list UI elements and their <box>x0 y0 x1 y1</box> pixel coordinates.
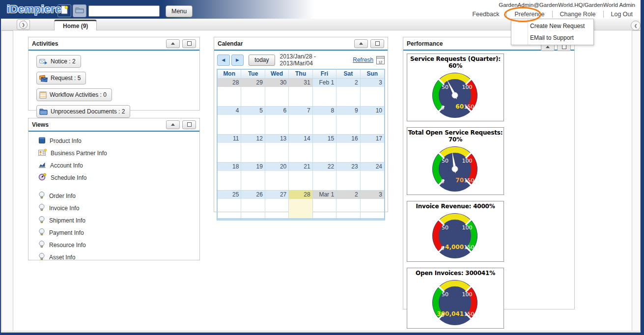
view-item-business-partner-info[interactable]: Business Partner Info <box>28 147 199 159</box>
menu-button[interactable]: Menu <box>166 5 193 17</box>
calendar-day-cell[interactable]: 24 <box>361 163 384 190</box>
view-item-order-info[interactable]: Order Info <box>28 190 199 202</box>
calendar-day-number: 16 <box>336 135 360 143</box>
collapsed-west-panel[interactable] <box>1 30 13 332</box>
calendar-day-cell[interactable]: 22 <box>313 163 336 190</box>
collapse-panel-button[interactable] <box>166 120 180 129</box>
maximize-panel-button[interactable] <box>370 39 384 48</box>
maximize-panel-button[interactable] <box>182 39 196 48</box>
tab-home[interactable]: Home (9) <box>54 20 97 30</box>
previous-week-button[interactable]: ◀ <box>217 55 230 66</box>
activities-button-list: Notice : 2Request : 5Workflow Activities… <box>28 51 199 122</box>
views-group: Order InfoInvoice InfoShipment InfoPayme… <box>28 184 199 263</box>
menu-item-email-to-support[interactable]: EMail to Support <box>511 32 593 44</box>
global-search-input[interactable] <box>89 6 169 16</box>
expand-east-panel-button[interactable]: ❮ <box>631 21 641 30</box>
calendar-day-cell[interactable]: 16 <box>336 135 360 162</box>
calendar-day-cell[interactable]: 31 <box>289 79 312 106</box>
calendar-day-cell[interactable]: 28 <box>218 79 241 106</box>
calendar-day-cell[interactable]: 2 <box>336 191 360 218</box>
maximize-panel-button[interactable] <box>182 120 196 129</box>
view-item-schedule-info[interactable]: Schedule Info <box>28 171 199 184</box>
calendar-day-cell[interactable]: 13 <box>265 135 289 162</box>
open-folder-button[interactable] <box>73 4 86 17</box>
calendar-day-cell[interactable]: 2 <box>336 79 360 106</box>
view-item-payment-info[interactable]: Payment Info <box>28 226 199 239</box>
calendar-day-body <box>218 171 241 190</box>
view-item-account-info[interactable]: Account Info <box>28 159 199 171</box>
activity-button-workflow-activities[interactable]: Workflow Activities : 0 <box>36 88 112 101</box>
view-item-resource-info[interactable]: Resource Info <box>28 239 199 251</box>
refresh-link[interactable]: Refresh <box>353 56 373 63</box>
product-icon <box>38 137 46 145</box>
gauge-open-invoices[interactable]: Open Invoices: 300041%050100150300,041 <box>407 268 504 329</box>
calendar-day-cell[interactable]: Mar 1 <box>313 191 336 218</box>
calendar-day-cell[interactable]: 12 <box>241 135 265 162</box>
collapse-panel-button[interactable] <box>166 39 180 48</box>
calendar-day-cell[interactable]: 26 <box>241 191 265 218</box>
calendar-day-cell[interactable]: 4 <box>218 107 241 134</box>
view-item-product-info[interactable]: Product Info <box>28 135 199 147</box>
menu-item-create-new-request[interactable]: Create New Request <box>511 20 593 32</box>
expand-west-panel-button[interactable]: ❯ <box>17 19 30 30</box>
calendar-day-cell[interactable]: 25 <box>218 191 241 218</box>
maximize-icon <box>187 41 192 46</box>
calendar-day-cell[interactable]: 17 <box>361 135 384 162</box>
view-item-shipment-info[interactable]: Shipment Info <box>28 214 199 226</box>
collapsed-east-panel[interactable] <box>632 30 641 332</box>
today-button[interactable]: today <box>249 55 275 66</box>
view-item-label: Invoice Info <box>49 205 79 212</box>
calendar-day-number: 24 <box>361 163 384 171</box>
calendar-day-cell[interactable]: 9 <box>336 107 360 134</box>
calendar-day-body <box>241 171 264 190</box>
svg-text:100: 100 <box>462 84 473 90</box>
new-record-button[interactable] <box>57 4 71 17</box>
triangle-up-icon <box>171 42 175 45</box>
activities-row: Notice : 2 <box>36 55 199 72</box>
calendar-week-row: 11121314151617 <box>218 134 384 162</box>
nav-item-feedback[interactable]: Feedback <box>465 11 507 18</box>
calendar-day-cell[interactable]: 21 <box>289 163 312 190</box>
nav-item-change-role[interactable]: Change Role <box>553 11 604 18</box>
calendar-day-cell[interactable]: Feb 1 <box>313 79 336 106</box>
top-header-bar: iDempiere Menu GardenAdmin@GardenWorld.H… <box>0 0 644 19</box>
activity-button-unprocessed-documents[interactable]: Unprocessed Documents : 2 <box>36 105 130 118</box>
gauge-total-open-service-requests[interactable]: Total Open Service Requests: 70%05010015… <box>407 127 504 195</box>
gauge-invoice-revenue[interactable]: Invoice Revenue: 4000%0501001504,000 <box>407 201 504 262</box>
calendar-day-cell[interactable]: 14 <box>289 135 312 162</box>
schedule-icon <box>38 173 47 182</box>
calendar-day-body <box>361 115 384 134</box>
calendar-day-cell[interactable]: 15 <box>313 135 336 162</box>
calendar-day-cell[interactable]: 19 <box>241 163 265 190</box>
calendar-day-cell[interactable]: 30 <box>265 79 289 106</box>
calendar-day-cell[interactable]: 20 <box>265 163 289 190</box>
collapse-panel-button[interactable] <box>354 39 368 48</box>
calendar-picker-icon[interactable]: 12 <box>376 56 385 64</box>
calendar-day-cell[interactable]: 3 <box>361 79 384 106</box>
next-week-button[interactable]: ▶ <box>231 55 244 66</box>
activity-button-request[interactable]: Request : 5 <box>36 72 86 84</box>
calendar-day-cell[interactable]: 29 <box>241 79 265 106</box>
calendar-day-cell[interactable]: 8 <box>313 107 336 134</box>
calendar-day-number: 8 <box>313 107 336 115</box>
calendar-day-cell[interactable]: 11 <box>218 135 241 162</box>
calendar-day-cell[interactable]: 27 <box>265 191 289 218</box>
calendar-day-cell[interactable]: 23 <box>336 163 360 190</box>
calendar-day-cell[interactable]: 28 <box>289 191 312 218</box>
header-quick-icons <box>57 4 86 17</box>
calendar-day-number: 19 <box>241 163 264 171</box>
calendar-day-cell[interactable]: 3 <box>361 191 384 218</box>
day-name-tue: Tue <box>241 70 265 78</box>
calendar-day-cell[interactable]: 6 <box>265 107 289 134</box>
calendar-day-cell[interactable]: 7 <box>289 107 312 134</box>
calendar-day-cell[interactable]: 18 <box>218 163 241 190</box>
nav-item-log-out[interactable]: Log Out <box>604 11 640 18</box>
calendar-day-cell[interactable]: 5 <box>241 107 265 134</box>
calendar-day-cell[interactable]: 10 <box>361 107 384 134</box>
calendar-day-body <box>241 87 264 106</box>
gauge-service-requests-quarter[interactable]: Service Requests (Quarter): 60%050100150… <box>407 54 504 121</box>
activity-button-notice[interactable]: Notice : 2 <box>36 55 81 68</box>
view-item-invoice-info[interactable]: Invoice Info <box>28 202 199 214</box>
nav-item-preference[interactable]: Preference <box>507 11 552 18</box>
view-item-asset-info[interactable]: Asset Info <box>28 251 199 263</box>
